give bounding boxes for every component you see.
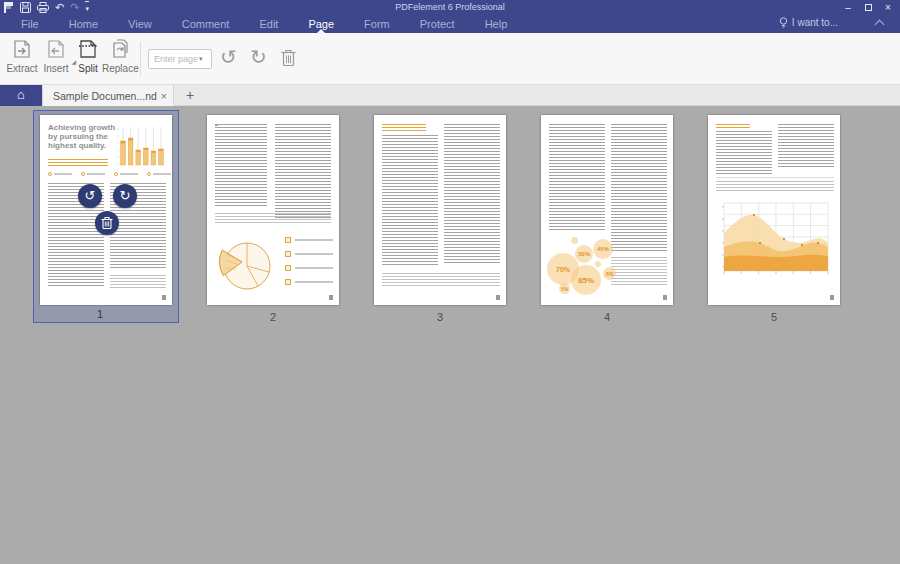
split-label: Split (70, 63, 106, 74)
bubble-5: 5% (559, 283, 570, 294)
split-icon (77, 38, 99, 60)
collapse-ribbon-icon[interactable] (876, 19, 884, 27)
document-tab-label: Sample Documen...nded (53, 90, 157, 102)
menu-item-view[interactable]: View (113, 15, 167, 33)
page3-text-column-left (382, 135, 438, 265)
replace-label: Replace (102, 63, 138, 74)
page1-footnote-lines (110, 275, 166, 289)
rotate-left-ribbon-icon[interactable]: ↺ (220, 45, 237, 69)
page3-heading-lines (382, 124, 426, 131)
delete-page-button[interactable] (95, 211, 119, 235)
page-thumbnail-5[interactable] (708, 115, 840, 305)
page-number-4: 4 (541, 311, 673, 323)
home-tab-button[interactable]: ⌂ (0, 85, 42, 106)
page2-pie-chart (213, 229, 275, 295)
menu-item-home[interactable]: Home (54, 15, 113, 33)
maximize-button[interactable] (860, 1, 876, 14)
page-number-1: 1 (34, 308, 166, 320)
page2-folio (329, 295, 333, 300)
page5-heading-lines (716, 124, 750, 128)
page3-footnote-lines (382, 273, 500, 287)
ribbon-toolbar: Extract ◢ Insert Split Replace ▾ ↺ ↻ (0, 33, 900, 85)
page3-folio (496, 295, 500, 300)
page2-text-column-right (275, 124, 331, 220)
page-thumbnails-area: Achieving growth by pursuing the highest… (0, 106, 900, 564)
page4-text-column-left (549, 124, 605, 232)
menu-bar: File Home View Comment Edit Page Form Pr… (6, 15, 522, 33)
page1-bullet-row (48, 172, 166, 176)
page5-text-column-right (778, 124, 834, 168)
new-tab-button[interactable]: + (180, 85, 200, 106)
minimize-button[interactable]: – (840, 1, 856, 14)
trash-icon (101, 216, 113, 229)
menu-item-form[interactable]: Form (349, 15, 405, 33)
page-thumbnail-2[interactable] (207, 115, 339, 305)
page-thumbnail-1[interactable]: Achieving growth by pursuing the highest… (40, 115, 172, 305)
menu-item-comment[interactable]: Comment (167, 15, 245, 33)
page2-text-column-left (215, 124, 267, 206)
window-title: PDFelement 6 Professional (0, 2, 900, 12)
rotate-right-button[interactable]: ↻ (113, 184, 137, 208)
document-tab[interactable]: Sample Documen...nded × (42, 85, 174, 106)
bubble-30: 30% (575, 245, 593, 263)
document-tab-bar: ⌂ Sample Documen...nded × + (0, 85, 900, 106)
delete-pages-button[interactable] (280, 47, 297, 72)
page4-footnote-lines (611, 257, 667, 287)
bubble-small-2 (595, 261, 601, 267)
insert-icon (45, 38, 67, 60)
page-number-2: 2 (207, 311, 339, 323)
page1-title-text: Achieving growth by pursuing the highest… (48, 124, 116, 151)
replace-icon (109, 38, 131, 60)
page5-divider (716, 177, 834, 178)
bubble-small-1 (571, 237, 578, 244)
page3-text-column-right (444, 124, 500, 265)
page5-folio (830, 295, 834, 300)
page-number-3: 3 (374, 311, 506, 323)
page-thumbnail-4[interactable]: 70% 30% 45% 85% 8% 5% (541, 115, 673, 305)
selected-page-highlight: Achieving growth by pursuing the highest… (33, 110, 179, 323)
window-controls: – × (840, 0, 896, 14)
menu-item-help[interactable]: Help (470, 15, 523, 33)
insert-button[interactable]: ◢ Insert (38, 38, 74, 74)
page2-footnote-lines (215, 213, 331, 225)
page5-text-column-left (716, 131, 772, 175)
title-bar: ↶ ↷ ▾ PDFelement 6 Professional – × (0, 0, 900, 15)
rotate-right-ribbon-icon[interactable]: ↻ (250, 45, 267, 69)
menu-item-protect[interactable]: Protect (405, 15, 470, 33)
page4-text-column-right (611, 124, 667, 252)
insert-label: Insert (38, 63, 74, 74)
page5-footnote-lines (716, 181, 834, 193)
trash-icon (280, 47, 297, 68)
page-number-5: 5 (708, 311, 840, 323)
lightbulb-icon (779, 17, 788, 28)
page5-area-chart (716, 199, 832, 287)
page2-legend (285, 237, 333, 293)
replace-button[interactable]: Replace (102, 38, 138, 74)
page1-folio (162, 295, 166, 300)
page-range-input[interactable] (148, 49, 212, 69)
close-button[interactable]: × (880, 1, 896, 14)
rotate-left-button[interactable]: ↺ (78, 184, 102, 208)
bubble-85: 85% (571, 265, 601, 295)
extract-icon (11, 38, 33, 60)
menu-item-file[interactable]: File (6, 15, 54, 33)
split-button[interactable]: Split (70, 38, 106, 74)
extract-button[interactable]: Extract (4, 38, 40, 74)
menu-item-edit[interactable]: Edit (244, 15, 293, 33)
ribbon-separator (140, 42, 141, 76)
page-thumbnail-3[interactable] (374, 115, 506, 305)
menu-item-page[interactable]: Page (293, 15, 349, 33)
extract-label: Extract (4, 63, 40, 74)
i-want-to-label: I want to... (792, 17, 838, 28)
page1-subtitle-lines (48, 159, 108, 166)
bubble-8: 8% (603, 267, 616, 280)
page4-bubble-chart: 70% 30% 45% 85% 8% 5% (545, 233, 617, 299)
app-header: ↶ ↷ ▾ PDFelement 6 Professional – × File… (0, 0, 900, 33)
page1-bar-chart (116, 123, 166, 169)
bubble-45: 45% (593, 239, 613, 259)
home-icon: ⌂ (17, 87, 25, 102)
page4-folio (663, 295, 667, 300)
i-want-to-button[interactable]: I want to... (779, 17, 838, 28)
tab-close-icon[interactable]: × (161, 90, 167, 102)
